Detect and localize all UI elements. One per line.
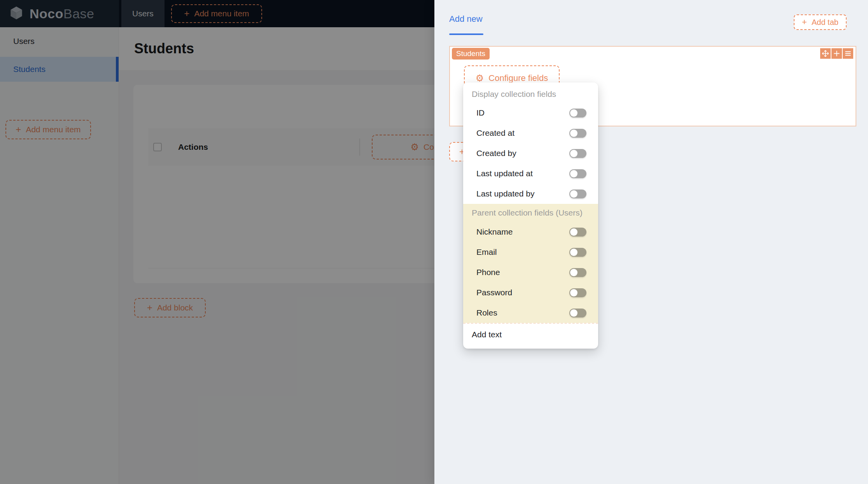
field-row-email[interactable]: Email	[463, 242, 598, 262]
field-row-last-updated-at[interactable]: Last updated at	[463, 163, 598, 184]
configure-fields-dropdown: Display collection fields ID Created at …	[463, 82, 598, 349]
plus-icon: +	[802, 18, 807, 26]
field-row-id[interactable]: ID	[463, 103, 598, 123]
toggle-knob	[570, 170, 578, 177]
field-row-created-by[interactable]: Created by	[463, 143, 598, 163]
toggle-knob	[570, 269, 578, 276]
field-label: Email	[476, 247, 497, 257]
toggle-switch[interactable]	[569, 169, 586, 178]
toggle-knob	[570, 289, 578, 296]
insert-plus-icon[interactable]	[831, 48, 842, 59]
toggle-switch[interactable]	[569, 268, 586, 277]
drag-move-icon[interactable]	[820, 48, 831, 59]
field-label: Created at	[476, 128, 514, 138]
toggle-knob	[570, 130, 578, 137]
field-label: Password	[476, 288, 512, 297]
toggle-switch[interactable]	[569, 149, 586, 158]
toggle-switch[interactable]	[569, 109, 586, 117]
toggle-switch[interactable]	[569, 228, 586, 237]
toggle-switch[interactable]	[569, 248, 586, 257]
toggle-knob	[570, 309, 578, 317]
field-label: Nickname	[476, 227, 513, 237]
field-row-last-updated-by[interactable]: Last updated by	[463, 184, 598, 204]
toggle-knob	[570, 228, 578, 236]
toggle-switch[interactable]	[569, 189, 586, 198]
toggle-switch[interactable]	[569, 288, 586, 297]
field-label: ID	[476, 108, 485, 117]
add-tab-label: Add tab	[812, 18, 838, 27]
tab-add-new[interactable]: Add new	[449, 14, 483, 24]
drawer-mask[interactable]	[0, 0, 434, 484]
collection-badge: Students	[452, 48, 490, 60]
toggle-switch[interactable]	[569, 309, 586, 317]
toggle-knob	[570, 190, 578, 198]
field-label: Phone	[476, 268, 500, 277]
add-tab-button[interactable]: + Add tab	[794, 14, 847, 30]
gear-icon: ⚙	[476, 74, 484, 83]
field-row-nickname[interactable]: Nickname	[463, 222, 598, 242]
field-row-password[interactable]: Password	[463, 282, 598, 303]
active-tab-underline	[449, 33, 483, 35]
field-row-created-at[interactable]: Created at	[463, 123, 598, 143]
field-label: Last updated by	[476, 189, 534, 198]
toggle-switch[interactable]	[569, 129, 586, 138]
field-label: Last updated at	[476, 169, 533, 178]
section-title-parent-fields: Parent collection fields (Users)	[463, 204, 598, 222]
app-screen: NocoBase Users + Add menu item Users Stu…	[0, 0, 868, 484]
toggle-knob	[570, 109, 578, 117]
toggle-knob	[570, 150, 578, 157]
menu-settings-icon[interactable]	[843, 48, 853, 59]
field-label: Created by	[476, 149, 516, 158]
block-designer-toolbar	[820, 48, 853, 59]
configure-fields-label: Configure fields	[488, 73, 548, 83]
parent-fields-section: Parent collection fields (Users) Nicknam…	[463, 204, 598, 323]
field-row-phone[interactable]: Phone	[463, 262, 598, 282]
field-row-roles[interactable]: Roles	[463, 303, 598, 323]
toggle-knob	[570, 249, 578, 256]
field-label: Roles	[476, 308, 497, 317]
add-text-menu-item[interactable]: Add text	[463, 323, 598, 345]
section-title-display-fields: Display collection fields	[463, 86, 598, 103]
